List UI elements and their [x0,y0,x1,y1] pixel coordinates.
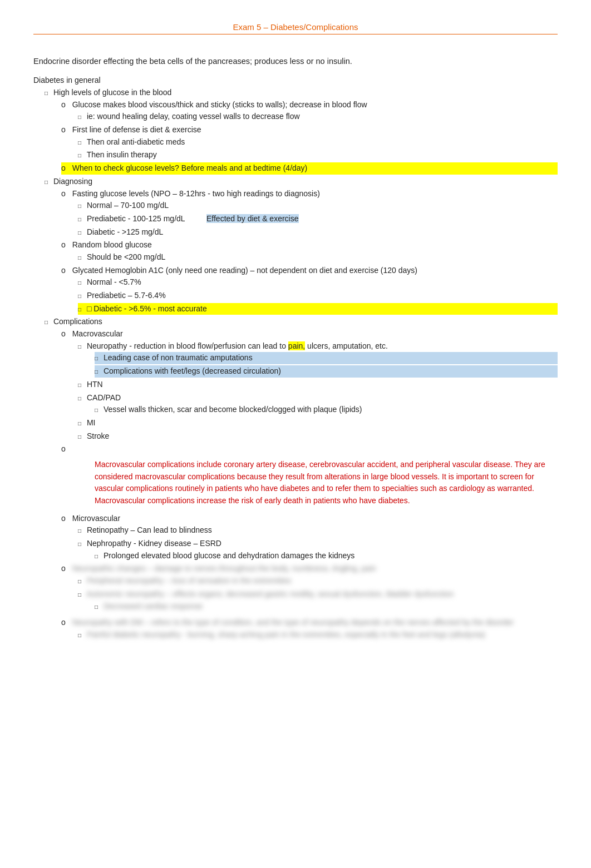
intro-text: Endocrine disorder effecting the beta ce… [33,57,558,66]
highlight-text: Effected by diet & exercise [206,214,299,223]
blurred-text: Neuropathic changes – damage to nerves t… [72,564,376,573]
list-item: Complications Macrovascular Neuropathy -… [45,316,558,641]
blurred-text: Neuropathy with DM – refers to the type … [72,618,514,627]
list-item: First line of defense is diet & exercise… [61,124,558,161]
item-text: Stroke [87,431,109,440]
list-item: Fasting glucose levels (NPO – 8-12hrs - … [61,188,558,239]
list-item: HTN [78,379,558,391]
item-text: CAD/PAD [87,393,121,402]
bullet-text: High levels of glucose in the blood [53,88,171,97]
list-item: Should be <200 mg/dL [78,251,558,264]
list-item: □ Diabetic - >6.5% - most accurate [78,303,558,315]
list-item: Retinopathy – Can lead to blindness [78,524,558,537]
complications-label: Complications [53,317,102,326]
item-text: First line of defense is diet & exercise [72,125,201,134]
blurred-text: Painful diabetic neuropathy - burning, s… [87,630,485,639]
list-item: Then insulin therapy [78,149,558,161]
item-text: HTN [87,380,103,389]
item-text: Prolonged elevated blood glucose and deh… [104,551,354,560]
blurred-text: Peripheral neuropathy – loss of sensatio… [87,576,291,585]
list-item: Vessel walls thicken, scar and become bl… [95,404,558,416]
item-text: Complications with feet/legs (decreased … [104,366,281,375]
highlight-text: □ Diabetic - >6.5% - most accurate [87,304,207,313]
list-item: MI [78,417,558,429]
list-item: When to check glucose levels? Before mea… [61,162,558,175]
item-text: Prediabetic – 5.7-6.4% [87,291,166,300]
list-item: Prediabetic – 5.7-6.4% [78,290,558,302]
list-item: Autonomic neuropathy – effects organs; d… [78,588,558,612]
item-text: MI [87,418,96,427]
list-item: Random blood glucose Should be <200 mg/d… [61,239,558,263]
item-text: Random blood glucose [72,240,152,249]
list-item: Neuropathic changes – damage to nerves t… [61,563,558,612]
list-item: Macrovascular Neuropathy - reduction in … [61,328,558,442]
list-item: Stroke [78,430,558,443]
list-item: Neuropathy with DM – refers to the type … [61,617,558,641]
list-item: Diabetic - >125 mg/dL [78,226,558,239]
item-text: Nephropathy - Kidney disease – ESRD [87,539,221,548]
pain-highlight: pain, [288,341,305,350]
diagnosing-label: Diagnosing [53,177,92,186]
item-text: Macrovascular [72,329,123,338]
list-item: Prediabetic - 100-125 mg/dL Effected by … [78,213,558,225]
list-item: Decreased cardiac response [95,601,558,613]
section1-label: Diabetes in general [33,76,558,85]
list-item: Glucose makes blood viscous/thick and st… [61,99,558,123]
item-text: Should be <200 mg/dL [87,252,165,261]
macro-para: Macrovascular complications include coro… [95,459,558,507]
list-item: Macrovascular complications include coro… [61,443,558,507]
list-item: Leading case of non traumatic amputation… [95,352,558,364]
item-text: Glycated Hemoglobin A1C (only need one r… [72,266,417,275]
list-item: Diagnosing Fasting glucose levels (NPO –… [45,176,558,315]
list-item: ie: wound healing delay, coating vessel … [78,111,558,123]
blurred-text: Autonomic neuropathy – effects organs; d… [86,589,454,598]
list-item: Painful diabetic neuropathy - burning, s… [78,629,558,641]
highlight-text: Before meals and at bedtime (4/day) [181,163,307,172]
list-item: Prolonged elevated blood glucose and deh… [95,550,558,562]
item-text: Then insulin therapy [87,150,157,159]
list-item: Microvascular Retinopathy – Can lead to … [61,513,558,562]
list-item: Complications with feet/legs (decreased … [95,365,558,378]
list-item: Nephropathy - Kidney disease – ESRD Prol… [78,538,558,562]
list-item: Normal - <5.7% [78,276,558,289]
blurred-text: Decreased cardiac response [104,602,203,611]
list-item: Normal – 70-100 mg/dL [78,200,558,212]
item-text: Diabetic - >125 mg/dL [87,227,163,236]
item-text: Retinopathy – Can lead to blindness [87,525,212,534]
item-text: Prediabetic - 100-125 mg/dL [87,214,185,223]
item-text: Fasting glucose levels (NPO – 8-12hrs - … [72,189,320,198]
page-title: Exam 5 – Diabetes/Complications [33,22,558,34]
item-text: When to check glucose levels? Before mea… [72,163,308,172]
item-text: Microvascular [72,514,120,523]
item-text: Normal – 70-100 mg/dL [87,201,169,210]
list-item: Then oral anti-diabetic meds [78,136,558,148]
item-text: ie: wound healing delay, coating vessel … [87,112,300,121]
list-item: Peripheral neuropathy – loss of sensatio… [78,575,558,587]
item-text: Normal - <5.7% [87,277,141,286]
item-text: Then oral anti-diabetic meds [87,137,185,146]
list-item: Glycated Hemoglobin A1C (only need one r… [61,265,558,315]
item-text: Leading case of non traumatic amputation… [104,353,253,362]
list-item: Neuropathy - reduction in blood flow/per… [78,340,558,378]
list-item: High levels of glucose in the blood Gluc… [45,87,558,175]
item-text: Vessel walls thicken, scar and become bl… [104,405,362,414]
neuropathy-text: Neuropathy - reduction in blood flow/per… [87,341,388,350]
item-text: Glucose makes blood viscous/thick and st… [72,100,367,109]
list-item: CAD/PAD Vessel walls thicken, scar and b… [78,392,558,416]
